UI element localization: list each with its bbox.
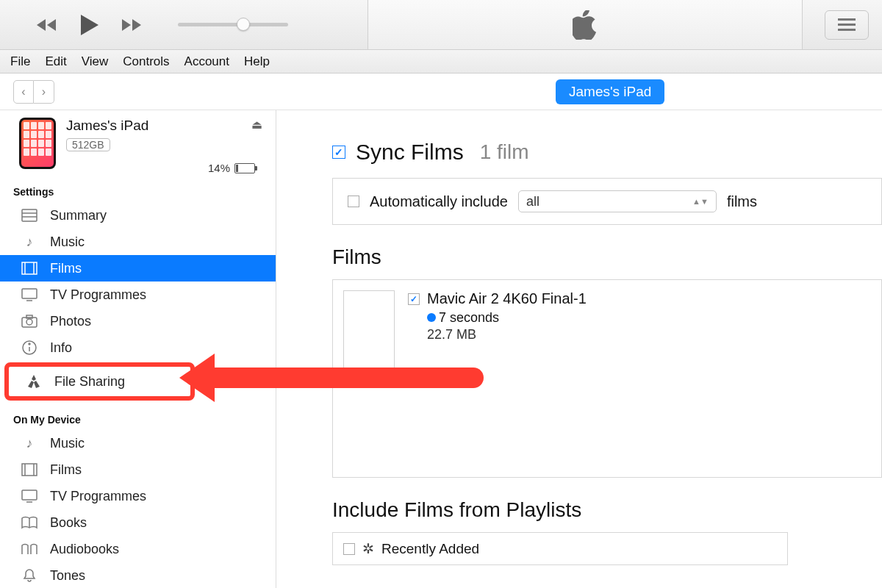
sidebar-item-photos[interactable]: Photos: [0, 308, 276, 334]
playlists-heading: Include Films from Playlists: [315, 498, 882, 522]
film-title: Mavic Air 2 4K60 Final-1: [427, 290, 587, 307]
back-button[interactable]: ‹: [13, 80, 34, 104]
sidebar-item-device-films[interactable]: Films: [0, 456, 276, 483]
films-icon: [19, 463, 40, 476]
device-button[interactable]: James's iPad: [556, 79, 664, 104]
sidebar-item-label: Books: [50, 515, 87, 531]
sidebar-item-device-music[interactable]: ♪Music: [0, 430, 276, 456]
music-icon: ♪: [19, 436, 40, 451]
film-item[interactable]: Mavic Air 2 4K60 Final-1 7 seconds 22.7 …: [343, 290, 871, 371]
player-toolbar: [0, 0, 882, 50]
device-capacity: 512GB: [66, 138, 110, 151]
menu-help[interactable]: Help: [244, 54, 270, 69]
playlist-name: Recently Added: [381, 541, 479, 557]
svg-rect-6: [22, 262, 37, 274]
svg-rect-0: [838, 18, 856, 21]
sidebar-item-label: Music: [50, 436, 85, 451]
music-icon: ♪: [19, 234, 40, 250]
sidebar-item-label: Audiobooks: [50, 542, 119, 557]
tv-icon: [19, 490, 40, 503]
svg-rect-13: [26, 315, 32, 318]
eject-button[interactable]: ⏏: [251, 118, 262, 132]
menu-bar: File Edit View Controls Account Help: [0, 50, 882, 74]
device-thumbnail-icon: [19, 118, 56, 169]
sidebar-item-label: Music: [50, 234, 85, 250]
menu-view[interactable]: View: [82, 54, 109, 69]
select-value: all: [526, 194, 539, 209]
navigation-bar: ‹ › James's iPad: [0, 74, 882, 110]
playlist-checkbox[interactable]: [343, 543, 355, 555]
sidebar-item-device-tv[interactable]: TV Programmes: [0, 483, 276, 509]
playlist-item[interactable]: ✲ Recently Added: [332, 532, 788, 565]
content-pane: Sync Films 1 film Automatically include …: [276, 110, 882, 588]
sidebar-heading-ondevice: On My Device: [0, 402, 276, 430]
svg-rect-9: [22, 289, 37, 298]
sidebar-item-device-audiobooks[interactable]: Audiobooks: [0, 536, 276, 562]
sidebar-item-summary[interactable]: Summary: [0, 202, 276, 229]
camera-icon: [19, 315, 40, 328]
annotation-highlight: File Sharing: [4, 362, 195, 401]
auto-include-label: Automatically include: [370, 193, 508, 210]
chevron-updown-icon: ▲▼: [692, 197, 709, 206]
film-thumbnail: [343, 290, 395, 371]
sidebar-item-music[interactable]: ♪Music: [0, 229, 276, 255]
gear-icon: ✲: [362, 540, 374, 557]
sidebar-item-info[interactable]: Info: [0, 334, 276, 361]
svg-rect-20: [22, 490, 37, 500]
svg-point-12: [26, 319, 32, 325]
sidebar-item-tv[interactable]: TV Programmes: [0, 282, 276, 308]
film-count: 1 film: [480, 140, 529, 164]
menu-file[interactable]: File: [10, 54, 30, 69]
sidebar-item-label: Summary: [50, 208, 107, 223]
sidebar-item-device-books[interactable]: Books: [0, 509, 276, 536]
next-button[interactable]: [121, 13, 144, 37]
sidebar-item-file-sharing[interactable]: File Sharing: [9, 368, 190, 395]
battery-icon: [234, 163, 255, 173]
film-duration: 7 seconds: [439, 310, 499, 325]
battery-percent: 14%: [208, 162, 230, 174]
sidebar-item-label: File Sharing: [54, 374, 125, 390]
sidebar-item-label: Films: [50, 462, 82, 478]
volume-slider[interactable]: [178, 23, 288, 26]
film-checkbox[interactable]: [408, 293, 420, 305]
auto-include-select[interactable]: all ▲▼: [518, 190, 717, 212]
info-icon: [19, 340, 40, 355]
svg-rect-17: [22, 464, 37, 476]
play-button[interactable]: [78, 13, 101, 37]
tv-icon: [19, 288, 40, 301]
auto-include-checkbox[interactable]: [348, 196, 359, 207]
svg-rect-2: [838, 29, 856, 31]
apps-icon: [24, 373, 44, 390]
now-playing-display: [368, 0, 803, 49]
films-icon: [19, 262, 40, 275]
film-size: 22.7 MB: [408, 327, 587, 343]
audiobooks-icon: [19, 542, 40, 556]
sync-films-checkbox[interactable]: [332, 146, 345, 159]
list-view-button[interactable]: [825, 10, 869, 40]
svg-point-16: [29, 343, 30, 345]
sidebar-item-films[interactable]: Films: [0, 255, 276, 282]
sync-films-row: Sync Films 1 film: [315, 140, 882, 165]
sidebar-heading-settings: Settings: [0, 174, 276, 202]
sidebar-item-label: TV Programmes: [50, 287, 146, 303]
books-icon: [19, 516, 40, 529]
annotation-arrow: [204, 368, 484, 388]
sync-films-label: Sync Films: [356, 140, 464, 165]
previous-button[interactable]: [35, 13, 59, 37]
svg-rect-1: [838, 24, 856, 26]
menu-account[interactable]: Account: [184, 54, 229, 69]
sidebar-item-label: Photos: [50, 314, 91, 329]
forward-button[interactable]: ›: [34, 80, 54, 104]
unwatched-dot-icon: [427, 313, 436, 322]
sidebar-item-device-tones[interactable]: Tones: [0, 562, 276, 588]
auto-include-box: Automatically include all ▲▼ films: [332, 178, 882, 225]
sidebar-item-label: Tones: [50, 568, 85, 584]
sidebar-item-label: Films: [50, 261, 82, 276]
films-heading: Films: [315, 245, 882, 269]
menu-controls[interactable]: Controls: [123, 54, 169, 69]
auto-include-suffix: films: [727, 193, 757, 210]
menu-edit[interactable]: Edit: [45, 54, 66, 69]
device-name: James's iPad: [66, 118, 251, 134]
svg-rect-3: [22, 209, 37, 221]
sidebar-item-label: Info: [50, 340, 72, 356]
